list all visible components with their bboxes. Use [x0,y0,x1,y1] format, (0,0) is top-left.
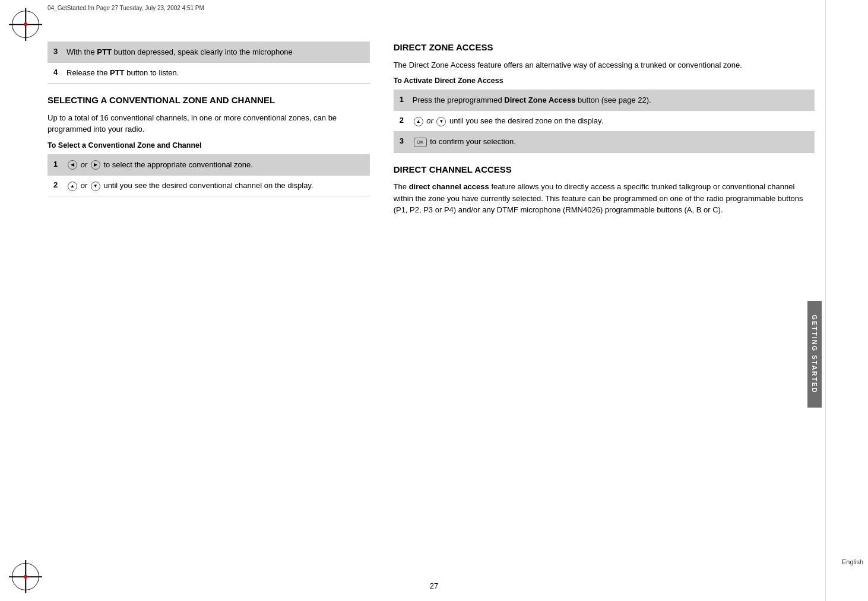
zone-channel-section: SELECTING A CONVENTIONAL ZONE AND CHANNE… [47,94,370,196]
reg-mark-tl [12,11,39,38]
direct-zone-subsection: To Activate Direct Zone Access [394,77,815,85]
step-4-number: 4 [47,63,64,83]
dz-step-3-content: OK to confirm your selection. [410,132,815,152]
language-label: English [842,558,863,565]
left-column: 3 With the PTT button depressed, speak c… [47,42,370,565]
dz-step-1-content: Press the preprogrammed Direct Zone Acce… [410,90,815,110]
zone-step-2-row: 2 or until you see the desired conventio… [47,175,370,196]
file-info: 04_GetStarted.fm Page 27 Tuesday, July 2… [47,5,204,11]
step-3-number: 3 [47,42,64,62]
ptt-steps: 3 With the PTT button depressed, speak c… [47,42,370,84]
main-content: 3 With the PTT button depressed, speak c… [47,42,815,565]
up-arrow-icon [68,182,77,191]
dz-up-icon [414,117,423,126]
direct-zone-body: The Direct Zone Access feature offers an… [394,59,815,71]
zone-step-2-number: 2 [47,176,64,196]
dz-down-icon [436,117,446,126]
dz-step-2-number: 2 [394,111,410,131]
direct-channel-section: DIRECT CHANNEL ACCESS The direct channel… [394,164,815,216]
dz-step-3-number: 3 [394,132,410,152]
right-sidebar: GETTING STARTED English [825,0,868,601]
step-4-row: 4 Release the PTT button to listen. [47,62,370,84]
dz-step-2-row: 2 or until you see the desired zone on t… [394,110,815,131]
left-arrow-icon [68,160,77,170]
step-4-content: Release the PTT button to listen. [64,63,370,83]
zone-channel-subsection: To Select a Conventional Zone and Channe… [47,141,370,150]
page-number: 27 [430,581,438,590]
zone-step-1-content: or to select the appropriate conventiona… [64,155,370,175]
direct-zone-section: DIRECT ZONE ACCESS The Direct Zone Acces… [394,42,815,153]
right-arrow-icon [91,160,100,170]
zone-step-2-content: or until you see the desired conventiona… [64,176,370,196]
dz-step-1-number: 1 [394,90,410,110]
zone-channel-intro: Up to a total of 16 conventional channel… [47,112,370,135]
zone-step-1-number: 1 [47,155,64,175]
zone-step-1-row: 1 or to select the appropriate conventio… [47,154,370,175]
zone-steps: 1 or to select the appropriate conventio… [47,154,370,196]
direct-zone-title: DIRECT ZONE ACCESS [394,42,815,53]
down-arrow-icon [91,182,100,191]
right-column: DIRECT ZONE ACCESS The Direct Zone Acces… [394,42,815,565]
dz-step-2-content: or until you see the desired zone on the… [410,111,815,131]
reg-mark-bl [12,563,39,590]
direct-channel-title: DIRECT CHANNEL ACCESS [394,164,815,176]
zone-channel-title: SELECTING A CONVENTIONAL ZONE AND CHANNE… [47,94,370,106]
dz-step-3-row: 3 OK to confirm your selection. [394,131,815,152]
direct-channel-body: The direct channel access feature allows… [394,181,815,216]
direct-zone-steps: 1 Press the preprogrammed Direct Zone Ac… [394,90,815,153]
step-3-row: 3 With the PTT button depressed, speak c… [47,42,370,62]
ok-icon: OK [414,138,427,147]
step-3-content: With the PTT button depressed, speak cle… [64,42,370,62]
dz-step-1-row: 1 Press the preprogrammed Direct Zone Ac… [394,90,815,110]
